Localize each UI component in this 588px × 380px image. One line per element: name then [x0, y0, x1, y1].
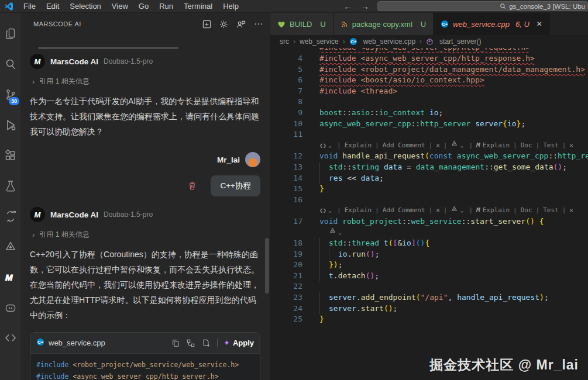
activity-bar: 30M — [0, 13, 20, 380]
activity-compare-icon[interactable] — [0, 201, 20, 232]
breadcrumb-label: start_server() — [439, 37, 481, 46]
codelens-explain[interactable]: Explain — [483, 140, 510, 151]
settings-gear-icon[interactable] — [219, 20, 228, 29]
reference-toggle[interactable]: › 引用 1 相关信息 — [32, 77, 260, 87]
watermark: 掘金技术社区 @ Mr_lai — [429, 356, 579, 374]
copy-icon[interactable] — [171, 339, 180, 347]
new-chat-button[interactable] — [202, 20, 211, 29]
code-line-6: 6#include <boost/asio/io_context.hpp> — [270, 75, 588, 86]
codelens-add-comment[interactable]: Add Comment — [383, 205, 425, 216]
sidebar-title: MARSCODE AI — [33, 20, 194, 27]
activity-run-debug-icon[interactable] — [0, 110, 20, 140]
breadcrumb-item-web-service[interactable]: web_service — [300, 37, 339, 46]
menu-view[interactable]: View — [106, 0, 133, 13]
nav-back-icon[interactable]: ← — [339, 2, 356, 11]
menu-file[interactable]: File — [18, 0, 41, 13]
activity-code-brackets-icon[interactable] — [0, 323, 20, 353]
scm-badge: 30 — [9, 97, 19, 105]
chevron-down-icon: ⌄ — [460, 205, 463, 216]
feedback-icon[interactable] — [236, 20, 246, 29]
menu-help[interactable]: Help — [218, 0, 244, 13]
cpp-icon: C+ — [441, 20, 449, 28]
line-number: 17 — [270, 216, 302, 227]
new-file-icon[interactable] — [202, 339, 210, 347]
cpp-icon: C+ — [349, 37, 360, 46]
close-icon[interactable]: ✕ — [569, 205, 573, 216]
code-editor[interactable]: #include <async_web_server_cpp/http_requ… — [270, 48, 588, 380]
codelens-add-comment[interactable]: Add Comment — [383, 140, 425, 151]
codelens-explain[interactable]: Explain — [483, 205, 510, 216]
tab-package-copy-xml[interactable]: package copy.xmlU — [333, 13, 434, 35]
codelens-test[interactable]: Test — [543, 205, 559, 216]
activity-marscode-icon[interactable]: M — [0, 262, 20, 292]
breadcrumb-item-src[interactable]: src — [280, 37, 289, 46]
tab-build[interactable]: BUILDU — [270, 13, 333, 35]
chevron-right-icon: › — [32, 77, 35, 86]
code-line-14: 14res << data; — [270, 173, 588, 184]
more-actions-icon[interactable]: ⋯ — [254, 19, 263, 29]
code-line-17: 17void robot_project::web_service::start… — [270, 216, 588, 227]
code-line-clipped: #include <async_web_server_cpp/http_requ… — [270, 48, 588, 53]
codelens-explain[interactable]: Explain — [345, 140, 372, 151]
apply-button[interactable]: ✦ Apply — [223, 338, 254, 347]
line-number: 16 — [270, 195, 302, 206]
line-number: 21 — [270, 271, 302, 282]
tab-web-service-cpp[interactable]: C+web_service.cpp6, U✕ — [434, 13, 550, 35]
rss-icon — [341, 20, 348, 28]
codelens-doc[interactable]: Doc — [521, 205, 532, 216]
code-line-20: 20}); — [270, 260, 588, 271]
close-icon[interactable]: ✕ — [569, 140, 573, 151]
menu-go[interactable]: Go — [133, 0, 154, 13]
command-center-search[interactable]: gs_console_3 [WSL: Ubu — [377, 1, 588, 11]
activity-search-icon[interactable] — [0, 49, 20, 80]
horizontal-scrollbar[interactable] — [38, 47, 178, 49]
reference-toggle[interactable]: › 引用 1 相关信息 — [32, 230, 260, 240]
code-icon: ❮❯ — [319, 205, 326, 216]
code-card-filename: web_service.cpp — [49, 338, 164, 347]
marscode-knot-icon[interactable] — [329, 227, 336, 239]
breadcrumb-separator: › — [343, 37, 345, 46]
code-icon: ❮❯ — [319, 140, 326, 151]
menu-terminal[interactable]: Terminal — [178, 0, 218, 13]
tab-dirty-badge: U — [320, 20, 325, 29]
cpp-file-icon: C+ — [36, 338, 44, 348]
activity-bot-icon[interactable] — [0, 292, 20, 323]
sparkle-icon: ✦ — [223, 338, 230, 347]
delete-message-icon[interactable] — [188, 181, 197, 191]
vertical-scrollbar[interactable] — [265, 238, 269, 293]
line-number — [270, 227, 302, 239]
codelens-test[interactable]: Test — [543, 140, 559, 151]
nav-forward-icon[interactable]: → — [356, 2, 374, 11]
line-number: 23 — [270, 292, 302, 303]
tab-bar: BUILDUpackage copy.xmlUC+web_service.cpp… — [270, 13, 588, 35]
activity-knot-extension-icon[interactable] — [0, 232, 20, 262]
close-icon[interactable]: ✕ — [537, 20, 542, 28]
activity-extensions-icon[interactable] — [0, 140, 20, 171]
sidebar-header: MARSCODE AI ⋯ — [20, 13, 270, 35]
code-line-9: 9boost::asio::io_context io; — [270, 108, 588, 119]
code-line-8: 8 — [270, 96, 588, 108]
indent-guide — [319, 249, 329, 260]
menu-run[interactable]: Run — [154, 0, 178, 13]
line-number: 8 — [270, 96, 302, 108]
insert-code-icon[interactable] — [187, 339, 195, 347]
code-line-7: 7#include <thread> — [270, 86, 588, 97]
marscode-avatar: M — [30, 207, 45, 222]
code-line-23: 23server.add_endpoint("/api", handle_api… — [270, 292, 588, 303]
activity-explorer-icon[interactable] — [0, 19, 20, 49]
close-icon[interactable]: ✕ — [436, 205, 440, 216]
close-icon[interactable]: ✕ — [436, 140, 440, 151]
activity-source-control-icon[interactable]: 30 — [0, 80, 20, 110]
menu-selection[interactable]: Selection — [64, 0, 106, 13]
menu-edit[interactable]: Edit — [41, 0, 64, 13]
breadcrumb-item-web-service-cpp[interactable]: C+web_service.cpp — [349, 37, 415, 46]
codelens-doc[interactable]: Doc — [521, 140, 532, 151]
activity-testing-icon[interactable] — [0, 171, 20, 201]
code-line-10: 10async_web_server_cpp::http_server serv… — [270, 119, 588, 130]
chat-panel: M MarsCode AI Doubao-1.5-pro › 引用 1 相关信息… — [20, 35, 270, 380]
line-number: 12 — [270, 151, 302, 162]
breadcrumb-item-start-server-[interactable]: start_server() — [426, 37, 481, 46]
chevron-down-icon[interactable]: ⌄ — [338, 227, 342, 239]
codelens-explain[interactable]: Explain — [345, 205, 372, 216]
code-line-19: 19io.run(); — [270, 249, 588, 260]
